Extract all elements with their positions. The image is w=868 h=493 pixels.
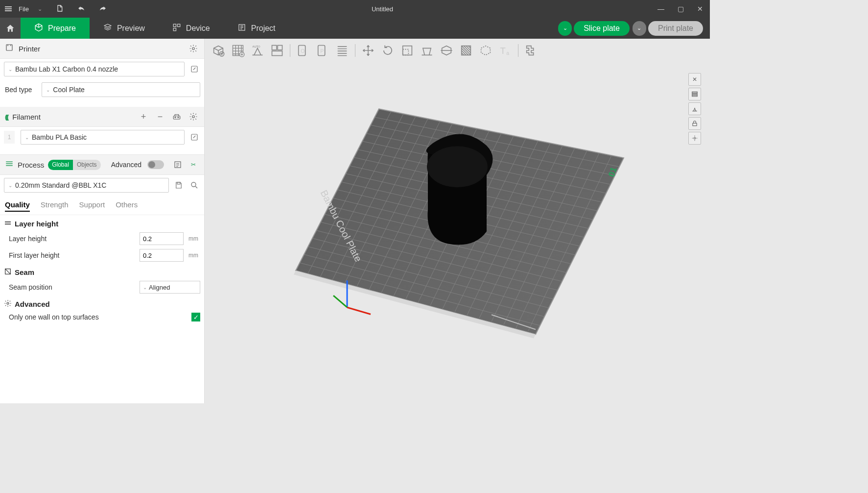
home-button[interactable] <box>0 18 21 39</box>
first-layer-height-label: First layer height <box>9 251 140 259</box>
split-part-icon[interactable]: P <box>314 42 331 59</box>
add-filament-icon[interactable]: + <box>138 111 149 123</box>
remove-filament-icon[interactable]: − <box>154 111 166 123</box>
svg-rect-21 <box>272 46 277 50</box>
minimize-button[interactable]: — <box>651 0 671 18</box>
svg-rect-35 <box>693 123 697 125</box>
subtab-others[interactable]: Others <box>116 200 138 212</box>
layers-icon <box>103 23 112 34</box>
svg-rect-7 <box>173 116 180 120</box>
support-paint-icon[interactable] <box>457 42 475 59</box>
tab-preview[interactable]: Preview <box>90 18 159 39</box>
print-dropdown[interactable]: ⌄ <box>633 21 646 36</box>
svg-text:a: a <box>506 50 509 56</box>
split-object-icon[interactable]: O <box>294 42 312 59</box>
process-section-header: Process Global Objects Advanced ✂ <box>0 154 204 175</box>
slice-dropdown[interactable]: ⌄ <box>558 21 572 36</box>
process-scope-toggle[interactable]: Global Objects <box>48 160 100 170</box>
layer-height-input[interactable] <box>140 232 184 245</box>
seam-position-dropdown[interactable]: ⌄ Aligned <box>140 281 200 294</box>
subtab-quality[interactable]: Quality <box>5 200 30 212</box>
printer-preset-dropdown[interactable]: ⌄ Bambu Lab X1 Carbon 0.4 nozzle <box>4 62 185 76</box>
plate-settings-icon[interactable] <box>688 88 701 100</box>
model-object[interactable] <box>426 134 493 245</box>
menu-button[interactable] <box>0 8 17 9</box>
process-compare-icon[interactable]: ✂ <box>188 159 199 171</box>
filament-settings-icon[interactable] <box>188 111 199 123</box>
group-layer-height: Layer height <box>0 215 204 230</box>
bed-type-value: Cool Plate <box>53 86 85 94</box>
file-menu[interactable]: File <box>17 5 31 13</box>
print-button[interactable]: Print plate <box>648 21 703 36</box>
svg-rect-29 <box>403 49 409 55</box>
lock-mini-icon[interactable] <box>688 117 701 130</box>
svg-line-85 <box>347 307 371 314</box>
subtab-strength[interactable]: Strength <box>41 200 69 212</box>
filament-preset-value: Bambu PLA Basic <box>32 133 87 141</box>
group-seam-label: Seam <box>15 268 34 276</box>
svg-point-16 <box>7 302 9 304</box>
process-save-icon[interactable] <box>173 179 185 191</box>
tab-prepare[interactable]: Prepare <box>21 18 90 39</box>
advanced-switch[interactable] <box>147 160 164 169</box>
svg-point-14 <box>191 182 196 187</box>
auto-orient-icon[interactable]: AUTO <box>249 42 266 59</box>
svg-rect-1 <box>177 24 180 26</box>
scale-icon[interactable] <box>399 42 416 59</box>
close-button[interactable]: ✕ <box>690 0 710 18</box>
assembly-icon[interactable] <box>522 42 540 59</box>
variable-height-icon[interactable] <box>333 42 351 59</box>
rotate-icon[interactable] <box>379 42 397 59</box>
project-icon <box>237 23 246 34</box>
new-doc-icon[interactable] <box>49 4 70 14</box>
tab-device[interactable]: Device <box>159 18 224 39</box>
redo-icon[interactable] <box>92 4 114 14</box>
subtab-support[interactable]: Support <box>79 200 105 212</box>
one-wall-checkbox[interactable]: ✓ <box>191 313 200 321</box>
seam-paint-icon[interactable] <box>477 42 494 59</box>
svg-text:T: T <box>500 46 506 56</box>
move-icon[interactable] <box>359 42 377 59</box>
slice-group: ⌄ Slice plate <box>558 18 630 39</box>
printer-icon <box>5 43 14 54</box>
toggle-global: Global <box>48 160 73 170</box>
layer-height-unit: mm <box>184 235 200 242</box>
process-icon <box>5 159 14 170</box>
add-cube-icon[interactable] <box>210 42 227 59</box>
orient-mini-icon[interactable] <box>688 102 701 115</box>
chevron-down-icon: ⌄ <box>25 135 29 140</box>
process-list-icon[interactable] <box>172 159 184 171</box>
svg-point-36 <box>694 137 696 139</box>
flatten-icon[interactable] <box>418 42 436 59</box>
bed-type-dropdown[interactable]: ⌄ Cool Plate <box>42 82 200 97</box>
text-icon[interactable]: Ta <box>496 42 514 59</box>
one-wall-label: Only one wall on top surfaces <box>9 313 191 321</box>
add-plate-icon[interactable] <box>229 42 247 59</box>
gear-icon <box>4 299 12 309</box>
filament-edit-icon[interactable] <box>188 131 200 143</box>
tab-project[interactable]: Project <box>224 18 289 39</box>
svg-point-5 <box>192 48 195 50</box>
filament-slot-1[interactable]: 1 <box>4 131 15 144</box>
first-layer-height-input[interactable] <box>140 249 184 262</box>
customize-mini-icon[interactable] <box>688 132 701 145</box>
first-layer-height-unit: mm <box>184 252 200 259</box>
chevron-down-icon: ⌄ <box>143 285 147 290</box>
process-preset-dropdown[interactable]: ⌄ 0.20mm Standard @BBL X1C <box>4 178 169 193</box>
arrange-icon[interactable] <box>268 42 286 59</box>
filament-section-header: (((( Filament + − <box>0 107 204 127</box>
undo-icon[interactable] <box>70 4 92 14</box>
process-search-icon[interactable] <box>188 179 200 191</box>
printer-edit-icon[interactable] <box>188 63 200 75</box>
advanced-label: Advanced <box>111 161 141 169</box>
file-menu-chevron[interactable]: ⌄ <box>31 6 49 12</box>
svg-rect-34 <box>692 95 698 96</box>
close-mini-icon[interactable]: ✕ <box>688 73 701 86</box>
filament-preset-dropdown[interactable]: ⌄ Bambu PLA Basic <box>21 130 185 145</box>
maximize-button[interactable]: ▢ <box>671 0 690 18</box>
slice-button[interactable]: Slice plate <box>574 21 630 36</box>
cut-icon[interactable] <box>438 42 455 59</box>
ams-icon[interactable] <box>171 111 183 123</box>
printer-settings-icon[interactable] <box>188 43 199 54</box>
viewport[interactable]: AUTO O P Ta ✕ <box>205 39 710 403</box>
